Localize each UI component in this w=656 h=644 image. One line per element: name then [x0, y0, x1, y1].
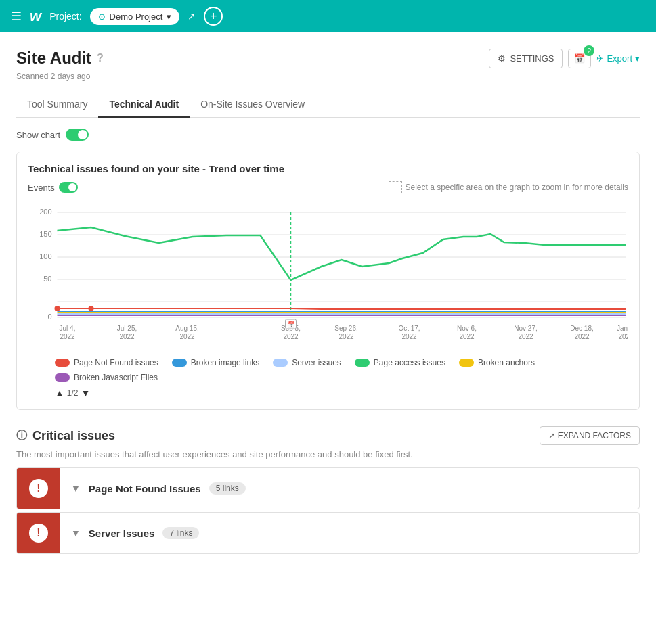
svg-text:Jul 25,: Jul 25,: [117, 325, 137, 332]
main-content: Site Audit ? Scanned 2 days ago ⚙ SETTIN…: [0, 32, 656, 644]
project-icon: ⊙: [98, 12, 106, 22]
show-chart-row: Show chart: [16, 129, 640, 141]
tab-technical-audit[interactable]: Technical Audit: [98, 92, 190, 118]
calendar-icon: 📅: [574, 53, 585, 64]
chart-title: Technical issues found on your site - Tr…: [28, 163, 628, 175]
svg-point-13: [89, 306, 94, 311]
critical-description: The most important issues that affect us…: [16, 449, 640, 459]
issue-badge-2: 7 links: [162, 527, 199, 539]
zoom-hint: Select a specific area on the graph to z…: [389, 181, 628, 193]
external-link-icon[interactable]: ↗: [188, 11, 196, 22]
svg-text:200: 200: [39, 208, 51, 216]
logo: w: [30, 7, 41, 25]
critical-title: ⓘ Critical issues: [16, 429, 115, 443]
project-label: Project:: [49, 11, 81, 22]
expand-icon: ↗: [548, 431, 555, 440]
issue-content-2: ▼ Server Issues 7 links: [60, 520, 639, 546]
svg-point-12: [55, 306, 60, 311]
tabs-bar: Tool Summary Technical Audit On-Site Iss…: [16, 92, 640, 118]
exclamation-icon-1: !: [29, 479, 48, 498]
critical-issues-section: ⓘ Critical issues ↗ EXPAND FACTORS The m…: [16, 426, 640, 554]
legend-page-not-found[interactable]: Page Not Found issues: [55, 358, 158, 367]
hamburger-icon[interactable]: ☰: [11, 9, 22, 24]
legend-dot-green: [355, 359, 370, 367]
legend-dot-blue: [172, 359, 187, 367]
export-chevron-icon: ▾: [635, 53, 640, 64]
svg-text:2022: 2022: [518, 333, 533, 340]
issue-chevron-1[interactable]: ▼: [71, 483, 81, 494]
legend-dot-yellow: [459, 359, 474, 367]
svg-text:2022: 2022: [459, 333, 475, 340]
legend-navigation: ▲ 1/2 ▼: [28, 388, 628, 398]
exclamation-icon-2: !: [29, 524, 48, 543]
svg-text:2022: 2022: [119, 333, 135, 340]
issue-icon-box-1: !: [17, 468, 60, 509]
issue-row-page-not-found: ! ▼ Page Not Found Issues 5 links: [16, 467, 640, 509]
svg-text:2022: 2022: [574, 333, 590, 340]
page-title: Site Audit: [16, 49, 91, 68]
chart-legend: Page Not Found issues Broken image links…: [28, 358, 628, 382]
legend-page-access[interactable]: Page access issues: [355, 358, 445, 367]
legend-dot-red: [55, 359, 70, 367]
svg-text:2022: 2022: [401, 333, 417, 340]
tab-onsite-issues[interactable]: On-Site Issues Overview: [190, 92, 315, 118]
legend-broken-js[interactable]: Broken Javascript Files: [55, 373, 158, 382]
legend-broken-anchors[interactable]: Broken anchors: [459, 358, 535, 367]
issue-title-1: Page Not Found Issues: [89, 483, 201, 495]
events-label: Events: [28, 183, 55, 193]
settings-button[interactable]: ⚙ SETTINGS: [489, 49, 563, 68]
calendar-badge: 2: [584, 45, 594, 56]
gear-icon: ⚙: [498, 53, 506, 64]
chart-svg-wrapper[interactable]: 200 150 100 50 0: [28, 199, 628, 350]
add-project-button[interactable]: +: [204, 7, 223, 26]
zoom-icon: [389, 181, 402, 193]
calendar-button[interactable]: 📅 2: [568, 49, 591, 68]
svg-text:50: 50: [43, 275, 51, 283]
page-title-area: Site Audit ? Scanned 2 days ago: [16, 49, 104, 81]
scanned-text: Scanned 2 days ago: [16, 72, 104, 81]
header-actions: ⚙ SETTINGS 📅 2 ✈ Export ▾: [489, 49, 640, 68]
legend-page-indicator: 1/2: [67, 388, 79, 398]
project-name: Demo Project: [110, 12, 163, 22]
svg-text:150: 150: [39, 230, 51, 238]
project-selector-button[interactable]: ⊙ Demo Project ▾: [90, 8, 180, 25]
legend-broken-image[interactable]: Broken image links: [172, 358, 259, 367]
svg-text:Sep 26,: Sep 26,: [334, 325, 357, 332]
issue-title-2: Server Issues: [89, 528, 155, 539]
help-icon[interactable]: ?: [97, 52, 104, 64]
expand-factors-button[interactable]: ↗ EXPAND FACTORS: [540, 426, 640, 445]
svg-text:📅: 📅: [287, 321, 295, 329]
svg-text:2022: 2022: [179, 333, 195, 340]
trend-chart[interactable]: 200 150 100 50 0: [28, 199, 628, 348]
legend-server-issues[interactable]: Server issues: [273, 358, 341, 367]
svg-text:Oct 17,: Oct 17,: [398, 325, 420, 332]
issue-content-1: ▼ Page Not Found Issues 5 links: [60, 476, 639, 501]
issue-row-server: ! ▼ Server Issues 7 links: [16, 512, 640, 554]
info-icon: ⓘ: [16, 429, 27, 443]
chart-container: Technical issues found on your site - Tr…: [16, 152, 640, 410]
show-chart-toggle[interactable]: [66, 129, 89, 141]
issue-icon-box-2: !: [17, 513, 60, 553]
chevron-down-icon: ▾: [167, 12, 171, 22]
legend-next-arrow[interactable]: ▼: [81, 388, 91, 398]
legend-prev-arrow[interactable]: ▲: [55, 388, 64, 398]
issue-chevron-2[interactable]: ▼: [71, 528, 81, 538]
page-header: Site Audit ? Scanned 2 days ago ⚙ SETTIN…: [16, 49, 640, 81]
svg-text:100: 100: [39, 252, 51, 260]
legend-dot-lightblue: [273, 359, 288, 367]
chart-controls: Events Select a specific area on the gra…: [28, 181, 628, 193]
top-nav: ☰ w Project: ⊙ Demo Project ▾ ↗ +: [0, 0, 656, 32]
critical-header: ⓘ Critical issues ↗ EXPAND FACTORS: [16, 426, 640, 445]
svg-text:2022: 2022: [338, 333, 354, 340]
svg-text:Jan 8,: Jan 8,: [617, 325, 628, 332]
legend-dot-purple: [55, 373, 70, 382]
tab-tool-summary[interactable]: Tool Summary: [16, 92, 98, 118]
svg-text:Nov 6,: Nov 6,: [457, 325, 477, 332]
svg-text:2022: 2022: [60, 333, 75, 340]
issue-badge-1: 5 links: [209, 482, 246, 495]
events-toggle[interactable]: [59, 182, 78, 193]
svg-text:0: 0: [47, 313, 51, 321]
export-button[interactable]: ✈ Export ▾: [596, 53, 640, 64]
export-icon: ✈: [596, 53, 604, 64]
events-toggle-row: Events: [28, 182, 78, 193]
